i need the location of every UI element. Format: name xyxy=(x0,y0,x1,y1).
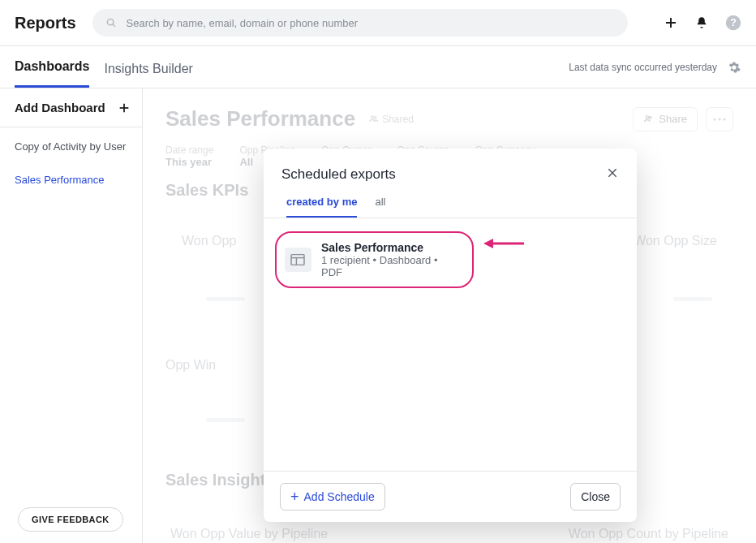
svg-marker-21 xyxy=(483,239,493,248)
shared-chip: Shared xyxy=(368,114,414,125)
svg-line-1 xyxy=(112,24,114,27)
filter-value: This year xyxy=(165,156,212,168)
add-button[interactable] xyxy=(664,15,678,30)
gear-icon xyxy=(727,60,741,75)
export-item-text: Sales Performance 1 recipient • Dashboar… xyxy=(321,241,457,278)
sub-nav-tabs: Dashboards Insights Builder xyxy=(15,46,193,88)
modal-title: Scheduled exports xyxy=(281,166,396,183)
notifications-button[interactable] xyxy=(694,15,709,30)
tab-dashboards[interactable]: Dashboards xyxy=(15,59,89,88)
annotation-arrow-icon xyxy=(483,235,524,252)
sub-nav: Dashboards Insights Builder Last data sy… xyxy=(0,46,756,88)
insight-row: Won Opp Value by Pipeline Won Opp Count … xyxy=(165,527,733,541)
sidebar-item-sales-performance[interactable]: Sales Performance xyxy=(15,172,127,189)
modal-footer: + Add Schedule Close xyxy=(264,471,637,522)
page-title: Sales Performance xyxy=(165,106,355,131)
close-label: Close xyxy=(581,490,610,503)
people-icon xyxy=(643,114,654,124)
page-head-actions: Share xyxy=(633,107,733,131)
placeholder-line xyxy=(206,418,245,422)
svg-point-0 xyxy=(107,19,114,25)
export-item-title: Sales Performance xyxy=(321,241,457,254)
modal-header: Scheduled exports xyxy=(264,149,637,183)
filter-label: Date range xyxy=(165,144,213,156)
modal-close-footer-button[interactable]: Close xyxy=(570,483,621,511)
shared-chip-label: Shared xyxy=(382,114,414,125)
modal-close-button[interactable] xyxy=(606,166,619,183)
svg-point-8 xyxy=(371,116,373,119)
plus-icon xyxy=(118,101,131,114)
give-feedback-button[interactable]: GIVE FEEDBACK xyxy=(18,507,123,532)
search-placeholder: Search by name, email, domain or phone n… xyxy=(127,17,358,29)
settings-button[interactable] xyxy=(727,60,741,75)
plus-icon xyxy=(664,15,678,30)
kpi-card-title: Won Opp xyxy=(182,234,236,248)
close-icon xyxy=(606,166,619,179)
add-dashboard-button[interactable]: Add Dashboard xyxy=(0,88,142,127)
export-list: Sales Performance 1 recipient • Dashboar… xyxy=(264,218,637,471)
top-actions: ? xyxy=(664,15,741,31)
plus-icon: + xyxy=(290,489,299,504)
share-button-label: Share xyxy=(659,113,687,125)
modal-tab-created-by-me[interactable]: created by me xyxy=(286,196,357,218)
dashboard-list: Copy of Activity by User Sales Performan… xyxy=(0,127,142,200)
search-icon xyxy=(105,17,117,28)
svg-point-12 xyxy=(713,118,715,120)
sidebar-item-copy-activity[interactable]: Copy of Activity by User xyxy=(15,139,127,156)
add-schedule-button[interactable]: + Add Schedule xyxy=(280,483,385,511)
placeholder-line xyxy=(673,297,712,301)
svg-point-9 xyxy=(375,117,377,119)
svg-rect-17 xyxy=(291,255,304,265)
more-actions-button[interactable] xyxy=(706,107,733,131)
kpi-card-title: Won Opp Size xyxy=(634,234,717,248)
bell-icon xyxy=(694,15,709,30)
add-dashboard-label: Add Dashboard xyxy=(15,101,105,114)
global-search[interactable]: Search by name, email, domain or phone n… xyxy=(92,9,628,37)
svg-point-13 xyxy=(718,118,720,120)
insight-card-title: Won Opp Count by Pipeline xyxy=(569,527,728,541)
add-schedule-label: Add Schedule xyxy=(304,490,375,503)
insight-card-title: Won Opp Value by Pipeline xyxy=(170,527,328,541)
scheduled-exports-modal: Scheduled exports created by me all Sale… xyxy=(264,149,637,522)
help-icon: ? xyxy=(725,15,741,31)
export-item-subtitle: 1 recipient • Dashboard • PDF xyxy=(321,254,457,278)
share-button[interactable]: Share xyxy=(633,107,698,131)
filter-date-range[interactable]: Date range This year xyxy=(165,144,213,168)
svg-point-10 xyxy=(646,116,649,119)
kpi-card-title: Opp Win xyxy=(165,358,216,373)
app-title: Reports xyxy=(15,14,76,32)
sidebar: Add Dashboard Copy of Activity by User S… xyxy=(0,88,143,543)
modal-tabs: created by me all xyxy=(264,196,637,218)
export-item-sales-performance[interactable]: Sales Performance 1 recipient • Dashboar… xyxy=(275,231,474,288)
sync-status-text: Last data sync occurred yesterday xyxy=(569,62,717,73)
svg-text:?: ? xyxy=(730,17,737,28)
modal-tab-all[interactable]: all xyxy=(375,196,385,218)
people-icon xyxy=(368,114,379,124)
filter-value: All xyxy=(239,156,253,168)
svg-point-11 xyxy=(650,117,652,119)
dashboard-icon xyxy=(285,248,311,272)
help-button[interactable]: ? xyxy=(725,15,741,31)
placeholder-line xyxy=(206,297,245,301)
svg-point-14 xyxy=(723,118,725,120)
tab-insights-builder[interactable]: Insights Builder xyxy=(104,62,192,88)
top-bar: Reports Search by name, email, domain or… xyxy=(0,0,756,46)
dots-icon xyxy=(713,118,726,121)
page-head: Sales Performance Shared Share xyxy=(165,106,733,131)
